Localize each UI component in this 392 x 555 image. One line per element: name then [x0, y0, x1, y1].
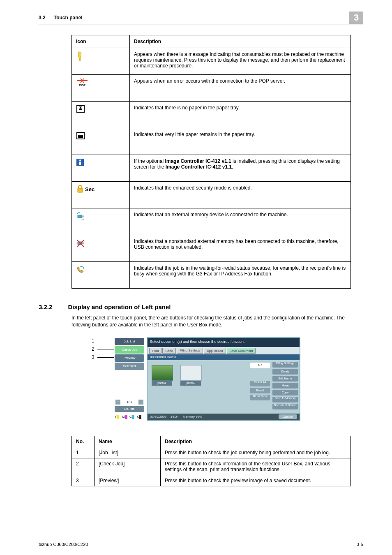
- footer-model: bizhub C360/C280/C220: [39, 542, 88, 547]
- th-desc2: Description: [161, 436, 351, 447]
- btn-select-all[interactable]: Select All: [250, 381, 270, 386]
- chapter-badge: 3: [349, 12, 363, 24]
- exclamation-icon: [76, 51, 83, 61]
- desc-security: Indicates that the enhanced security mod…: [130, 182, 351, 208]
- preview-button[interactable]: Preview: [115, 354, 144, 362]
- page-header: 3.2 Touch panel 3: [39, 12, 363, 25]
- foot-memory: Memory 99%: [183, 415, 202, 419]
- tab-save-document[interactable]: Save Document: [227, 348, 256, 354]
- chapter-number: 3: [354, 12, 359, 23]
- selected-documents-tab[interactable]: Selected Documents: [115, 363, 144, 370]
- desc-ext-mem-disabled: Indicates that a nonstandard external me…: [130, 235, 351, 262]
- desc-exclamation: Appears when there is a message indicati…: [130, 48, 351, 75]
- pop-error-icon: POP: [76, 78, 88, 87]
- shot-main-panel: Select document(s) and then choose the d…: [147, 337, 300, 421]
- page-up-icon[interactable]: ↑: [115, 400, 120, 405]
- sidebar-pager: ↑ 1/ 1 ↓: [115, 399, 144, 405]
- svg-rect-12: [79, 162, 81, 165]
- doc-page-indicator: 1/ 1: [250, 363, 270, 368]
- row3-desc: Press this button to check the preview i…: [161, 475, 351, 486]
- row2-name: [Check Job]: [95, 458, 161, 475]
- tab-application[interactable]: Application: [204, 348, 226, 354]
- job-list-button[interactable]: Job List: [115, 338, 144, 345]
- btn-save-to-memory[interactable]: Save to Memory: [272, 397, 298, 402]
- btn-reset[interactable]: Reset: [250, 388, 270, 393]
- external-memory-disabled-icon: [76, 238, 85, 247]
- info-bold1: Image Controller IC-412 v1.1: [165, 158, 231, 164]
- btn-copy[interactable]: Copy: [272, 390, 298, 395]
- sidebar-delete-button[interactable]: De- lete: [115, 406, 144, 412]
- check-job-button[interactable]: Check Job: [115, 346, 144, 354]
- row3-no: 3: [72, 475, 95, 486]
- svg-rect-17: [82, 243, 83, 244]
- btn-detail-view[interactable]: Detail View: [250, 395, 270, 400]
- header-section: 3.2 Touch panel: [39, 15, 82, 21]
- desc-info: If the optional Image Controller IC-412 …: [130, 155, 351, 182]
- page-down-icon[interactable]: ↓: [138, 400, 143, 405]
- shot-instruction: Select document(s) and then choose the d…: [148, 338, 300, 347]
- shot-sidebar: 1 2 3 Job List Check Job Preview Selecte…: [115, 337, 147, 419]
- info-post: .: [232, 164, 233, 170]
- thumb1-label: photo1: [152, 381, 172, 386]
- shot-right-actions: Filing Settings Delete Edit Name Move Co…: [271, 360, 300, 414]
- btn-document-details[interactable]: Document Details: [272, 404, 298, 409]
- foot-time: 14:24: [171, 415, 179, 419]
- row1-name: [Job List]: [95, 447, 161, 458]
- svg-rect-15: [82, 216, 83, 217]
- svg-text:POP: POP: [79, 83, 86, 87]
- row3-name: [Preview]: [95, 475, 161, 486]
- th-name: Name: [95, 436, 161, 447]
- cell-no-paper-icon: [72, 102, 130, 128]
- document-thumb-1[interactable]: photo1: [152, 365, 172, 386]
- header-section-number: 3.2: [39, 15, 46, 21]
- section-title: Display and operation of Left panel: [68, 303, 171, 310]
- section-number: 3.2.2: [39, 303, 52, 310]
- btn-delete[interactable]: Delete: [272, 369, 298, 375]
- cell-info-icon: [72, 155, 130, 182]
- btn-filing-settings[interactable]: Filing Settings: [272, 362, 298, 368]
- row1-desc: Press this button to check the job curre…: [161, 447, 351, 458]
- callout-3: 3: [92, 354, 95, 360]
- desc-redial: Indicates that the job is in the waiting…: [130, 262, 351, 289]
- toner-k: K: [137, 414, 144, 419]
- row2-desc: Press this button to check information o…: [161, 458, 351, 475]
- footer-page: 3-5: [357, 542, 363, 547]
- external-memory-icon: [76, 212, 85, 221]
- tab-send[interactable]: Send: [162, 348, 176, 354]
- toner-c: C: [129, 414, 136, 419]
- svg-rect-6: [79, 109, 82, 110]
- cell-low-paper-icon: [72, 128, 130, 155]
- header-section-title: Touch panel: [54, 15, 83, 21]
- box-breadcrumb: 000000001 box01: [148, 354, 300, 360]
- callout-2: 2: [92, 346, 95, 352]
- tab-print[interactable]: Print: [149, 348, 161, 354]
- left-panel-screenshot: 1 2 3 Job List Check Job Preview Selecte…: [115, 337, 287, 428]
- svg-rect-9: [78, 135, 83, 136]
- cell-pop-error-icon: POP: [72, 75, 130, 102]
- th-icon: Icon: [72, 35, 130, 48]
- info-pre: If the optional: [134, 158, 165, 164]
- tab-filing[interactable]: Filing Settings: [177, 348, 203, 354]
- cell-ext-mem-icon: [72, 208, 130, 235]
- toner-y: Y: [115, 414, 122, 419]
- th-desc: Description: [130, 35, 351, 48]
- btn-move[interactable]: Move: [272, 383, 298, 388]
- shot-tab-row: Print Send Filing Settings Application S…: [148, 347, 300, 354]
- svg-rect-8: [78, 136, 83, 138]
- row2-no: 2: [72, 458, 95, 475]
- th-no: No.: [72, 436, 95, 447]
- btn-edit-name[interactable]: Edit Name: [272, 376, 298, 382]
- sidebar-page-indicator: 1/ 1: [127, 400, 132, 404]
- thumb2-label: photo2: [180, 381, 201, 386]
- svg-rect-13: [78, 188, 83, 192]
- document-thumb-2[interactable]: photo2: [180, 365, 201, 386]
- cell-redial-icon: [72, 262, 130, 289]
- security-label: Sec: [85, 186, 95, 192]
- btn-cancel[interactable]: Cancel: [279, 414, 297, 419]
- toner-levels: Y M C K: [115, 414, 144, 419]
- svg-point-0: [79, 59, 81, 61]
- icon-description-table: Icon Description Appears when there is a…: [71, 35, 351, 289]
- section-intro: In the left panel of the touch panel, th…: [71, 314, 359, 329]
- security-icon: Sec: [76, 185, 95, 193]
- cell-ext-mem-disabled-icon: [72, 235, 130, 262]
